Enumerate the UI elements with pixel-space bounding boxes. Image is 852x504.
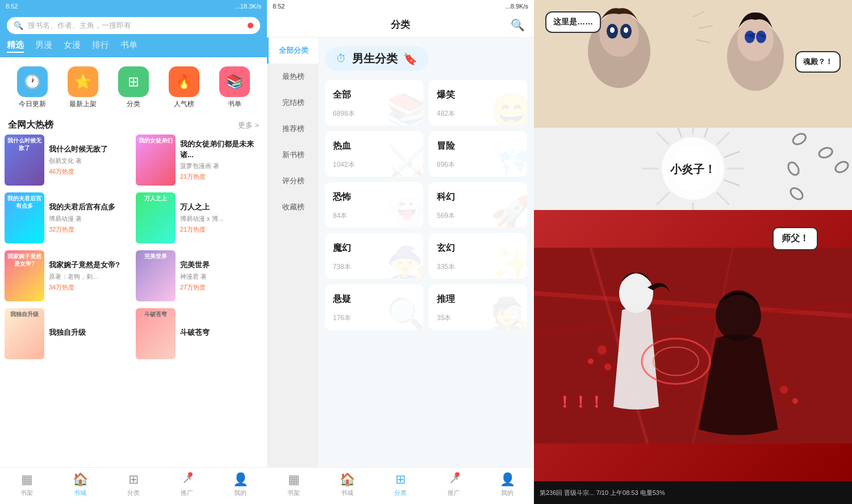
svg-point-40	[716, 291, 761, 342]
cat-card-xuanhuan[interactable]: 玄幻 335本 ✨	[429, 233, 527, 279]
nav-mine-1[interactable]: 👤 我的	[214, 472, 267, 497]
book-author-4: 博易动漫 x 博...	[180, 215, 262, 223]
cat-main: ⏱ 男生分类 🔖 全部 6898本 📚 爆笑 482本 😄 热血 1	[318, 37, 534, 467]
search-bar: 🔍 搜书名、作者、主角，一搜即有	[0, 12, 267, 39]
book-item-4[interactable]: 万人之上 万人之上 博易动漫 x 博... 21万热度	[136, 192, 262, 243]
book-title-4: 万人之上	[180, 202, 262, 212]
sidebar-complete[interactable]: 完结榜	[267, 90, 318, 116]
manga-art-panel-1: 这里是…… 魂殿？！	[534, 0, 852, 128]
cat-card-horror[interactable]: 恐怖 84本 👻	[325, 182, 423, 228]
svg-point-44	[588, 359, 594, 364]
quick-icon-category[interactable]: ⊞ 分类	[118, 66, 149, 109]
time-1: 8:52	[6, 3, 18, 10]
search-placeholder: 搜书名、作者、主角，一搜即有	[28, 20, 243, 31]
book-cover-2: 我的女徒弟们	[136, 135, 176, 186]
svg-point-6	[624, 27, 628, 33]
nav-shelf-1[interactable]: ▦ 书架	[0, 472, 53, 497]
book-author-2: 菠萝包漫画 著	[180, 162, 262, 170]
book-heat-5: 34万热度	[49, 283, 131, 292]
manga-panel-2[interactable]: 小炎子！	[534, 128, 852, 210]
book-cover-3: 我的夫君后宫有点多	[5, 192, 44, 243]
manga-bottom-bar: 第236回 晋级斗宗... 7/10 上午08:53 电量53%	[534, 481, 852, 504]
manga-panel-1[interactable]: 这里是…… 魂殿？！	[534, 0, 852, 128]
book-item-1[interactable]: 我什么时候无敌了 我什么时候无敌了 创易文化 著 46万热度	[5, 135, 131, 186]
cat-header: 分类 🔍	[267, 12, 534, 37]
share-label-2: 推广	[448, 489, 460, 497]
nav-share-2[interactable]: ↗ 推广	[427, 472, 481, 497]
quick-icon-popular[interactable]: 🔥 人气榜	[169, 66, 199, 109]
cat-card-action[interactable]: 热血 1042本 ⚔️	[325, 131, 423, 177]
nav-bookstore-2[interactable]: 🏠 书城	[320, 472, 374, 497]
sidebar-all[interactable]: 全部分类	[267, 37, 318, 64]
tab-jingxuan[interactable]: 精选	[7, 39, 24, 53]
hot-section-header: 全网大热榜 更多 >	[0, 114, 267, 135]
book-item-5[interactable]: 我家婉子竟然是女帝? 我家婉子竟然是女帝? 原著：老狗，刺... 34万热度	[5, 250, 131, 301]
booklist-label: 书单	[228, 99, 241, 109]
more-link[interactable]: 更多 >	[238, 120, 259, 131]
book-item-8[interactable]: 斗破苍穹 斗破苍穹	[136, 308, 262, 359]
cat-card-funny[interactable]: 爆笑 482本 😄	[429, 80, 527, 125]
panel-categories: 8:52 ...8.9K/s 分类 🔍 全部分类 最热榜 完结榜 推荐榜 新书榜…	[267, 0, 534, 504]
book-cover-4: 万人之上	[136, 192, 176, 243]
sidebar-collect[interactable]: 收藏榜	[267, 194, 318, 220]
bubble-1: 这里是……	[545, 11, 601, 33]
cat-search-icon[interactable]: 🔍	[511, 18, 525, 32]
book-info-1: 我什么时候无敌了 创易文化 著 46万热度	[49, 135, 131, 186]
cat-card-mystery[interactable]: 悬疑 176本 🔍	[325, 284, 423, 330]
svg-point-2	[599, 11, 639, 57]
mine-label-1: 我的	[234, 489, 247, 497]
nav-category-1[interactable]: ⊞ 分类	[107, 472, 160, 497]
book-title-3: 我的夫君后宫有点多	[49, 202, 131, 212]
book-title-6: 完美世界	[180, 260, 262, 270]
cat-card-reasoning[interactable]: 推理 35本 🕵	[429, 284, 527, 330]
sidebar-recommend[interactable]: 推荐榜	[267, 116, 318, 142]
tab-paihang[interactable]: 排行	[92, 39, 109, 53]
hot-title: 全网大热榜	[8, 119, 53, 131]
category-label-1: 分类	[127, 489, 140, 497]
mine-icon-1: 👤	[233, 472, 248, 487]
tab-shudian[interactable]: 书单	[120, 39, 137, 53]
nav-category-2[interactable]: ⊞ 分类	[374, 472, 427, 497]
book-item-7[interactable]: 我独自升级 我独自升级	[5, 308, 131, 359]
book-title-5: 我家婉子竟然是女帝?	[49, 260, 131, 270]
cat-section-title: 男生分类	[352, 51, 398, 66]
share-label-1: 推广	[181, 489, 193, 497]
nav-shelf-2[interactable]: ▦ 书架	[267, 472, 320, 497]
sidebar-new[interactable]: 新书榜	[267, 142, 318, 168]
tab-nvman[interactable]: 女漫	[64, 39, 81, 53]
book-row-1: 我什么时候无敌了 我什么时候无敌了 创易文化 著 46万热度 我的女徒弟们 我的…	[5, 135, 262, 186]
sidebar-hot[interactable]: 最热榜	[267, 64, 318, 90]
sidebar-score[interactable]: 评分榜	[267, 168, 318, 194]
cat-section-icon: ⏱	[336, 53, 346, 65]
nav-share-1[interactable]: ↗ 推广	[160, 472, 214, 497]
nav-tabs: 精选 男漫 女漫 排行 书单	[0, 39, 267, 57]
book-item-2[interactable]: 我的女徒弟们 我的女徒弟们都是未来诸... 菠萝包漫画 著 21万热度	[136, 135, 262, 186]
svg-point-5	[610, 27, 615, 33]
cat-card-all[interactable]: 全部 6898本 📚	[325, 80, 423, 125]
category-icon-1: ⊞	[128, 472, 139, 487]
network-2: ...8.9K/s	[506, 3, 528, 10]
book-title-1: 我什么时候无敌了	[49, 144, 131, 154]
book-item-3[interactable]: 我的夫君后宫有点多 我的夫君后宫有点多 博易动漫 著 32万热度	[5, 192, 131, 243]
nav-bookstore-1[interactable]: 🏠 书城	[53, 472, 107, 497]
book-item-6[interactable]: 完美世界 完美世界 神漫君 著 27万热度	[136, 250, 262, 301]
cat-card-fantasy[interactable]: 魔幻 738本 🧙	[325, 233, 423, 279]
nav-mine-2[interactable]: 👤 我的	[481, 472, 534, 497]
book-heat-1: 46万热度	[49, 167, 131, 176]
quick-icons: 🕐 今日更新 ⭐ 最新上架 ⊞ 分类 🔥 人气榜 📚 书单	[0, 57, 267, 114]
quick-icon-new[interactable]: ⭐ 最新上架	[68, 66, 98, 109]
category-label: 分类	[127, 99, 140, 109]
quick-icon-today[interactable]: 🕐 今日更新	[17, 66, 48, 109]
tab-nanman[interactable]: 男漫	[35, 39, 52, 53]
book-author-1: 创易文化 著	[49, 157, 131, 165]
cat-card-adventure[interactable]: 冒险 896本 🗺	[429, 131, 527, 177]
quick-icon-booklist[interactable]: 📚 书单	[219, 66, 250, 109]
svg-point-47	[792, 398, 798, 404]
manga-panel-3[interactable]: 师父！ ！！！	[534, 210, 852, 481]
book-cover-5: 我家婉子竟然是女帝?	[5, 250, 44, 301]
bubble-2: 魂殿？！	[795, 51, 841, 73]
book-title-8: 斗破苍穹	[180, 327, 262, 338]
cat-card-scifi[interactable]: 科幻 569本 🚀	[429, 182, 527, 228]
bottom-nav-2: ▦ 书架 🏠 书城 ⊞ 分类 ↗ 推广 👤 我的	[267, 467, 534, 504]
search-input-wrap[interactable]: 🔍 搜书名、作者、主角，一搜即有	[7, 17, 260, 34]
